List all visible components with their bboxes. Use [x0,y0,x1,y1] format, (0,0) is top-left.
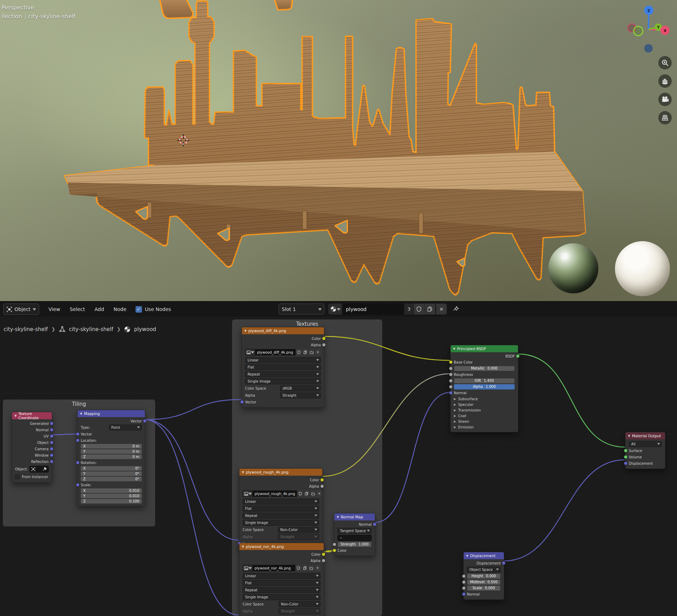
menu-view[interactable]: View [49,306,60,312]
node-header[interactable]: ▼plywood_diff_4k.png [242,327,324,334]
node-header[interactable]: ▼plywood_nor_4k.png [239,543,324,550]
dropdown[interactable]: Object Space▼ [467,567,501,573]
dropdown[interactable]: Single Image▼ [245,378,321,384]
toggle-projection-button[interactable] [658,111,672,124]
socket[interactable] [502,561,506,565]
dropdown[interactable]: Tangent Space▼ [337,528,372,534]
socket[interactable] [322,343,326,347]
fake-user-button[interactable] [414,304,424,315]
node-header[interactable]: ▼Displacement [464,552,504,559]
dropdown[interactable]: Straight▼ [278,534,319,540]
collapsed-panel-label[interactable]: Coat [458,414,466,418]
dropdown[interactable]: Repeat▼ [243,587,321,593]
unlink-icon[interactable]: ✕ [315,349,321,355]
node-image-roughness[interactable]: ▼plywood_rough_4k.pngColorAlpha▼plywood_… [239,468,323,549]
object-field[interactable] [30,466,49,472]
socket[interactable] [333,549,336,553]
value-slider[interactable]: Metallic0.000 [454,366,515,371]
socket[interactable] [462,586,466,590]
node-texture-coordinate[interactable]: ▼Texture CoordinateGeneratedNormalUVObje… [12,412,52,483]
socket[interactable] [50,441,54,445]
node-normal-map[interactable]: ▼Normal MapNormalTangent Space▼•Strength… [334,513,375,556]
socket[interactable] [320,478,324,482]
socket[interactable] [516,354,520,358]
socket[interactable] [462,592,466,596]
image-browse-button[interactable]: ▼ [243,490,253,497]
dropdown[interactable]: sRGB▼ [280,385,321,391]
image-name-field[interactable]: plywood_diff_4k.png [255,349,295,355]
new-material-button[interactable] [424,304,435,315]
socket[interactable] [143,419,147,423]
value-slider[interactable]: Scale0.000 [467,585,501,591]
dropdown[interactable]: Single Image▼ [243,520,319,526]
collapsed-panel-label[interactable]: Specular [458,403,474,407]
socket[interactable] [449,366,453,370]
socket[interactable] [462,580,466,584]
socket[interactable] [449,373,453,377]
vector-value-field[interactable]: X0.010 [81,488,142,493]
copy-icon[interactable] [301,565,308,571]
socket[interactable] [50,428,54,432]
folder-icon[interactable] [310,490,316,497]
node-editor-canvas[interactable]: Textures Tiling city-skyline-shelf ❯ cit… [0,317,677,616]
vector-value-field[interactable]: Y0 m [81,449,142,454]
socket[interactable] [322,559,325,563]
unlink-material-button[interactable]: ✕ [436,304,447,315]
node-material-output[interactable]: ▼Material OutputAll▼SurfaceVolumeDisplac… [625,432,665,469]
node-header[interactable]: ▼Normal Map [334,513,375,520]
socket[interactable] [322,337,326,341]
dropdown[interactable]: Linear▼ [243,499,319,505]
socket[interactable] [449,385,453,389]
menu-node[interactable]: Node [114,306,127,312]
dropdown[interactable]: All▼ [629,441,662,447]
node-header[interactable]: ▼plywood_rough_4k.png [239,469,322,476]
node-header[interactable]: ▼Principled BSDF [451,345,518,352]
menu-add[interactable]: Add [94,306,104,312]
dropdown[interactable]: Repeat▼ [245,371,321,377]
node-image-normal[interactable]: ▼plywood_nor_4k.pngColorAlpha▼plywood_no… [239,543,324,616]
socket[interactable] [76,483,80,487]
vector-value-field[interactable]: Z0.100 [81,499,142,504]
dropdown[interactable]: Repeat▼ [243,513,319,519]
socket[interactable] [50,460,54,464]
image-name-field[interactable]: plywood_nor_4k.png [253,565,295,571]
use-nodes-toggle[interactable]: ✓ Use Nodes [135,306,171,313]
vector-value-field[interactable]: Z0° [81,477,142,481]
uv-map-field[interactable]: • [337,535,372,541]
breadcrumb-mesh[interactable]: city-skyline-shelf [69,326,114,333]
copy-icon[interactable] [303,490,310,497]
dropdown[interactable]: Point▼ [109,425,142,431]
collapsed-panel-label[interactable]: Emission [458,425,474,429]
node-displacement[interactable]: ▼DisplacementDisplacementObject Space▼He… [463,552,504,600]
socket[interactable] [240,400,244,404]
vector-value-field[interactable]: Y0° [81,471,142,476]
socket[interactable] [462,574,466,578]
socket[interactable] [76,439,80,443]
value-slider[interactable]: Alpha1.000 [454,384,515,390]
image-name-field[interactable]: plywood_rough_4k.png [253,490,297,497]
node-image-diffuse[interactable]: ▼plywood_diff_4k.pngColorAlpha▼plywood_d… [242,327,324,408]
vector-value-field[interactable]: X0° [81,466,142,471]
dropdown[interactable]: Linear▼ [245,357,321,363]
fake-user-button[interactable] [297,490,303,497]
socket[interactable] [624,455,628,459]
socket[interactable] [449,391,453,395]
image-browse-button[interactable]: ▼ [243,565,253,572]
dropdown[interactable]: Straight▼ [279,608,321,614]
camera-view-button[interactable] [658,93,672,106]
dropdown[interactable]: Linear▼ [243,573,321,579]
node-header[interactable]: ▼Material Output [626,432,665,439]
white-reference-sphere[interactable] [615,241,670,296]
vector-value-field[interactable]: X0 m [81,444,142,449]
node-principled-bsdf[interactable]: ▼Principled BSDFBSDFBase ColorMetallic0.… [450,345,518,432]
chrome-reference-sphere[interactable] [548,243,598,293]
image-browse-button[interactable]: ▼ [245,349,255,356]
value-slider[interactable]: Strength1.000 [337,542,372,547]
socket[interactable] [624,449,628,453]
material-name-field[interactable]: plywood [342,304,404,315]
socket[interactable] [449,360,453,364]
material-slot-dropdown[interactable]: Slot 1 ▼ [279,304,324,315]
node-header[interactable]: ▼Mapping [78,410,145,417]
zoom-button[interactable] [658,56,672,69]
socket[interactable] [449,379,453,383]
